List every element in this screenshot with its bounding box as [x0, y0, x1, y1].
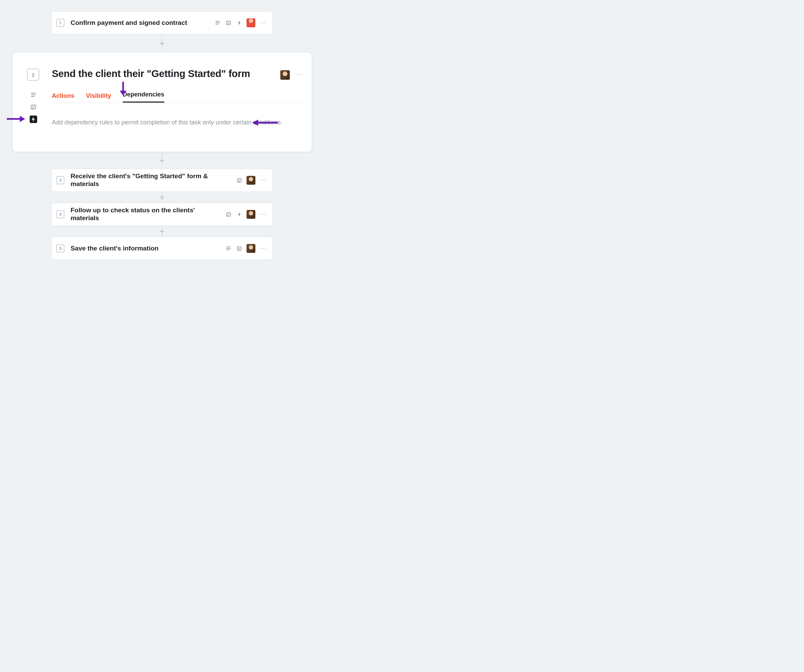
task-row[interactable]: 4 Follow up to check status on the clien… [51, 203, 273, 226]
description-icon[interactable] [29, 91, 37, 98]
task-title: Follow up to check status on the clients… [70, 207, 225, 222]
assignee-avatar[interactable] [247, 18, 255, 27]
more-menu-icon[interactable]: ··· [295, 72, 304, 78]
task-row[interactable]: 1 Confirm payment and signed contract ··… [51, 11, 273, 34]
task-editor-panel: 2 Send the client their "Getting Started… [12, 52, 312, 152]
calendar-icon[interactable] [235, 245, 243, 252]
add-step-button[interactable] [160, 229, 164, 234]
task-number-badge: 2 [27, 69, 39, 81]
add-step-button[interactable] [160, 41, 164, 46]
task-row[interactable]: 5 Save the client's information ··· [51, 237, 273, 260]
task-title: Confirm payment and signed contract [70, 19, 214, 27]
more-menu-icon[interactable]: ··· [259, 20, 268, 26]
bolt-icon[interactable] [235, 19, 243, 26]
task-title: Save the client's information [70, 245, 225, 253]
calendar-icon[interactable] [225, 210, 232, 218]
add-step-button[interactable] [160, 158, 164, 163]
description-icon[interactable] [225, 245, 232, 252]
task-title[interactable]: Send the client their "Getting Started" … [52, 68, 250, 79]
calendar-icon[interactable] [225, 19, 232, 26]
task-number-badge: 4 [56, 210, 64, 219]
task-number-badge: 1 [56, 19, 64, 27]
bolt-icon[interactable] [29, 116, 37, 123]
description-icon[interactable] [214, 19, 221, 26]
assignee-avatar[interactable] [247, 176, 255, 185]
task-row[interactable]: 3 Receive the client's "Getting Started"… [51, 169, 273, 192]
dependencies-helper-text: Add dependency rules to permit completio… [52, 119, 298, 126]
more-menu-icon[interactable]: ··· [259, 211, 268, 217]
task-title: Receive the client's "Getting Started" f… [70, 173, 235, 188]
tab-visibility[interactable]: Visibility [86, 92, 111, 103]
tab-divider [52, 103, 301, 103]
calendar-icon[interactable] [29, 103, 37, 111]
tab-dependencies[interactable]: Dependencies [123, 91, 164, 103]
task-number-badge: 3 [56, 176, 64, 184]
assignee-avatar[interactable] [247, 210, 255, 219]
more-menu-icon[interactable]: ··· [259, 245, 268, 251]
more-menu-icon[interactable]: ··· [259, 177, 268, 183]
calendar-icon[interactable] [235, 176, 243, 184]
add-step-button[interactable] [160, 195, 164, 200]
tab-actions[interactable]: Actions [52, 92, 74, 103]
task-number-badge: 5 [56, 244, 64, 253]
assignee-avatar[interactable] [280, 70, 290, 80]
assignee-avatar[interactable] [247, 244, 255, 253]
bolt-icon[interactable] [235, 210, 243, 218]
